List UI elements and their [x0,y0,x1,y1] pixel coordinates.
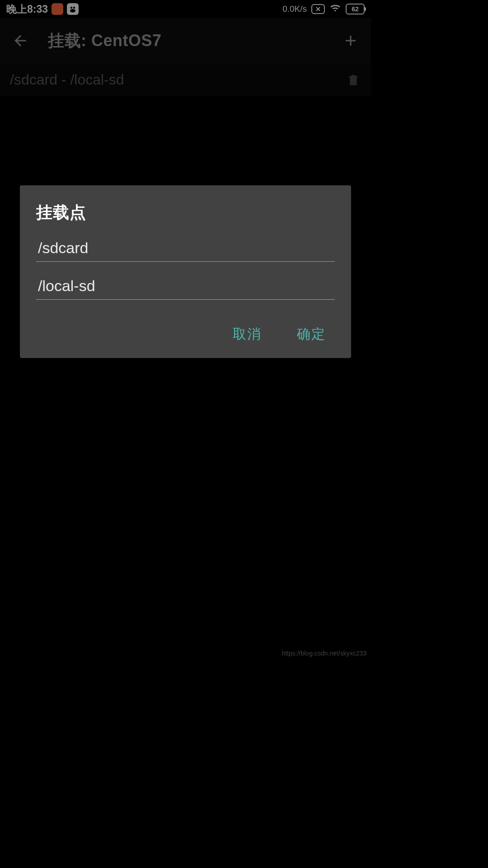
sim-close-icon [311,4,325,14]
status-right: 0.0K/s 62 [282,2,365,16]
svg-point-2 [70,9,75,13]
battery-icon: 62 [346,4,365,14]
svg-point-0 [70,7,73,9]
network-speed: 0.0K/s [282,4,307,14]
source-path-input[interactable] [36,236,335,262]
page-title: 挂载: CentOS7 [48,30,162,52]
mount-point-dialog: 挂载点 取消 确定 [20,185,351,358]
target-path-input[interactable] [36,274,335,300]
app-notification-icon-1 [52,3,63,15]
dialog-title: 挂载点 [36,202,335,224]
status-left: 晚上8:33 [6,2,79,16]
app-notification-icon-2 [67,3,79,15]
status-time: 晚上8:33 [6,2,48,16]
mount-list-item[interactable]: /sdcard - /local-sd [0,63,371,96]
add-button[interactable] [341,31,360,50]
watermark: https://blog.csdn.net/skyxc233 [282,650,366,657]
confirm-button[interactable]: 确定 [291,321,332,348]
delete-button[interactable] [346,71,361,88]
back-button[interactable] [11,31,30,50]
dialog-actions: 取消 确定 [36,321,335,348]
wifi-icon [329,2,341,16]
mount-item-label: /sdcard - /local-sd [10,71,124,88]
battery-level: 62 [352,5,359,13]
back-arrow-icon [12,32,29,49]
svg-point-1 [73,7,75,9]
plus-icon [342,32,359,49]
app-bar: 挂载: CentOS7 [0,18,371,63]
trash-icon [347,72,360,87]
cancel-button[interactable]: 取消 [226,321,268,348]
status-bar: 晚上8:33 0.0K/s 62 [0,0,371,18]
